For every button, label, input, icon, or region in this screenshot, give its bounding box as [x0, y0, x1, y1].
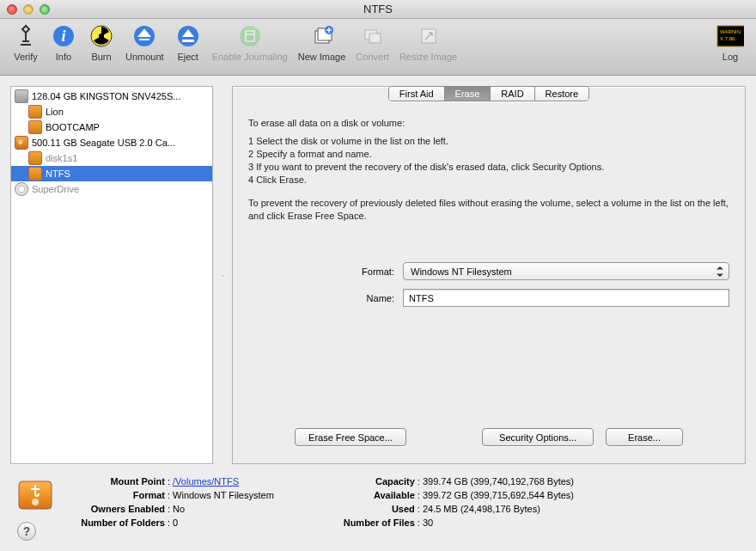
mount-point-link[interactable]: /Volumes/NTFS — [173, 474, 239, 488]
svg-text:WARNIN: WARNIN — [720, 29, 741, 34]
svg-point-3 — [99, 34, 104, 39]
volume-row[interactable]: disk1s1 — [11, 150, 212, 166]
step-text: 4 Click Erase. — [248, 174, 729, 187]
help-button[interactable]: ? — [17, 522, 36, 541]
tab-first-aid[interactable]: First Aid — [389, 87, 445, 101]
volume-icon — [28, 167, 42, 181]
close-icon[interactable] — [7, 4, 17, 15]
info-footer: Mount Point:/Volumes/NTFS Format:Windows… — [0, 464, 756, 540]
erase-free-space-button[interactable]: Erase Free Space... — [295, 428, 406, 446]
new-image-icon — [308, 22, 336, 50]
enable-journaling-button: Enable Journaling — [207, 22, 293, 62]
volume-row[interactable]: BOOTCAMP — [11, 119, 212, 135]
burn-button[interactable]: Burn — [82, 22, 120, 62]
convert-button: Convert — [351, 22, 394, 62]
new-image-button[interactable]: New Image — [293, 22, 351, 62]
volume-icon — [15, 474, 55, 514]
intro-text: To erase all data on a disk or volume: — [248, 117, 729, 130]
volume-row[interactable]: Lion — [11, 104, 212, 119]
info-column-left: Mount Point:/Volumes/NTFS Format:Windows… — [70, 474, 274, 530]
toolbar-label: Resize Image — [399, 52, 457, 62]
log-icon: WARNINX 7.86: — [716, 22, 744, 50]
titlebar: NTFS — [0, 0, 756, 19]
convert-icon — [359, 22, 387, 50]
unmount-icon — [131, 22, 158, 50]
svg-text:i: i — [61, 28, 65, 45]
toolbar-label: Verify — [14, 52, 38, 62]
step-text: 1 Select the disk or volume in the list … — [248, 135, 729, 148]
erase-instructions: To erase all data on a disk or volume: 1… — [248, 117, 729, 228]
eject-icon — [174, 22, 202, 50]
window-title: NTFS — [0, 3, 756, 15]
erase-button[interactable]: Erase... — [606, 428, 683, 446]
svg-point-17 — [32, 499, 39, 505]
splitter[interactable]: · — [220, 86, 225, 464]
tab-raid[interactable]: RAID — [491, 87, 534, 101]
tab-erase[interactable]: Erase — [445, 87, 491, 101]
svg-text:X 7.86:: X 7.86: — [720, 36, 736, 41]
security-options-button[interactable]: Security Options... — [482, 428, 594, 446]
toolbar-label: Convert — [356, 52, 389, 62]
svg-rect-11 — [369, 34, 381, 43]
right-panel: First AidEraseRAIDRestore To erase all d… — [232, 86, 746, 464]
toolbar-label: Eject — [177, 52, 198, 62]
resize-image-button: Resize Image — [394, 22, 462, 62]
volume-icon — [28, 120, 42, 134]
ext-icon — [15, 136, 28, 150]
unmount-button[interactable]: Unmount — [120, 22, 169, 62]
toolbar-label: Burn — [91, 52, 111, 62]
volume-row[interactable]: NTFS — [11, 166, 212, 181]
step-text: 2 Specify a format and name. — [248, 148, 729, 161]
device-list[interactable]: 128.04 GB KINGSTON SNV425S...LionBOOTCAM… — [10, 86, 213, 464]
tab-bar: First AidEraseRAIDRestore — [388, 86, 589, 101]
volume-icon — [28, 151, 42, 165]
note-text: To prevent the recovery of previously de… — [248, 197, 729, 223]
zoom-icon[interactable] — [40, 4, 50, 15]
info-column-right: Capacity:399.74 GB (399,740,192,768 Byte… — [320, 474, 574, 530]
verify-button[interactable]: Verify — [7, 22, 45, 62]
log-button[interactable]: WARNINX 7.86: Log — [711, 22, 749, 62]
device-row[interactable]: 128.04 GB KINGSTON SNV425S... — [11, 89, 212, 104]
window-controls — [0, 4, 50, 15]
step-text: 3 If you want to prevent the recovery of… — [248, 161, 729, 174]
volume-icon — [28, 105, 42, 119]
format-label: Format: — [248, 266, 403, 277]
toolbar-label: Info — [56, 52, 71, 62]
minimize-icon[interactable] — [23, 4, 34, 15]
journal-icon — [236, 22, 264, 50]
device-row[interactable]: 500.11 GB Seagate USB 2.0 Ca... — [11, 135, 212, 150]
name-label: Name: — [248, 293, 403, 303]
toolbar-label: Unmount — [125, 52, 164, 62]
disk-icon — [15, 89, 28, 103]
eject-button[interactable]: Eject — [169, 22, 207, 62]
toolbar-label: Log — [722, 52, 738, 62]
optical-icon — [15, 182, 28, 196]
toolbar-label: New Image — [298, 52, 346, 62]
device-row[interactable]: SuperDrive — [11, 181, 212, 197]
resize-icon — [415, 22, 442, 50]
microscope-icon — [12, 22, 40, 50]
tab-restore[interactable]: Restore — [535, 87, 589, 101]
svg-point-6 — [240, 26, 260, 46]
info-icon: i — [50, 22, 77, 50]
radiation-icon — [88, 22, 115, 50]
toolbar: Verify i Info Burn Unmount Eject Enable … — [0, 19, 756, 76]
info-button[interactable]: i Info — [45, 22, 82, 62]
name-input[interactable] — [403, 289, 729, 307]
toolbar-label: Enable Journaling — [212, 52, 288, 62]
format-select[interactable]: Windows NT Filesystem — [403, 262, 729, 280]
